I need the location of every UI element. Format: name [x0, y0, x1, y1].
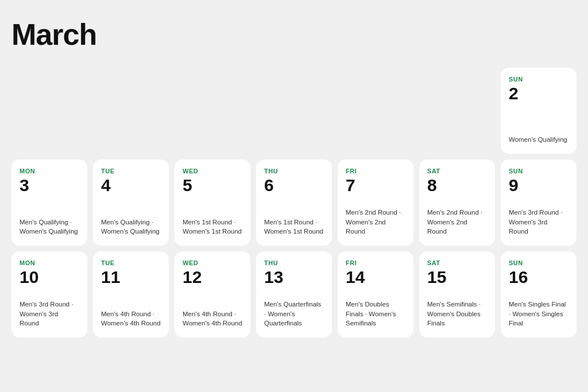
day-number-14: 14: [346, 267, 405, 286]
day-label-sun2: SUN: [509, 76, 568, 83]
day-label-13: THU: [264, 259, 324, 266]
card-events-3: Men's Qualifying · Women's Qualifying: [20, 218, 79, 236]
day-number-5: 5: [183, 176, 242, 195]
card-events-7: Men's 2nd Round · Women's 2nd Round: [346, 208, 405, 236]
day-number-10: 10: [20, 267, 79, 286]
day-number-3: 3: [20, 176, 79, 195]
card-events-5: Men's 1st Round · Women's 1st Round: [183, 218, 242, 236]
calendar-card-4: TUE4Men's Qualifying · Women's Qualifyin…: [93, 160, 169, 246]
day-label-9: SUN: [509, 168, 568, 174]
card-events-15: Men's Semifinals · Women's Doubles Final…: [427, 300, 487, 328]
card-events-16: Men's Singles Final · Women's Singles Fi…: [509, 300, 568, 328]
week-row-2: MON10Men's 3rd Round · Women's 3rd Round…: [11, 251, 577, 337]
card-events-14: Men's Doubles Finals · Women's Semifinal…: [346, 300, 405, 328]
day-number-11: 11: [101, 267, 161, 286]
calendar-card-10: MON10Men's 3rd Round · Women's 3rd Round: [11, 251, 87, 337]
calendar-card-sun2: SUN 2 Women's Qualifying: [501, 68, 577, 154]
day-label-15: SAT: [427, 259, 487, 266]
top-row: SUN 2 Women's Qualifying: [11, 68, 577, 154]
card-events-sun2: Women's Qualifying: [509, 135, 568, 145]
calendar-card-6: THU6Men's 1st Round · Women's 1st Round: [256, 160, 332, 246]
day-number-6: 6: [264, 176, 324, 195]
calendar-card-3: MON3Men's Qualifying · Women's Qualifyin…: [11, 160, 87, 246]
day-label-7: FRI: [346, 168, 405, 174]
day-number-7: 7: [346, 176, 405, 195]
calendar-card-9: SUN9Men's 3rd Round · Women's 3rd Round: [501, 160, 577, 246]
calendar-card-16: SUN16Men's Singles Final · Women's Singl…: [501, 251, 577, 337]
day-label-8: SAT: [427, 168, 487, 174]
day-number-8: 8: [427, 176, 487, 195]
card-events-13: Men's Quarterfinals · Women's Quarterfin…: [264, 300, 324, 328]
card-events-8: Men's 2nd Round · Women's 2nd Round: [427, 208, 487, 236]
day-number-16: 16: [509, 267, 568, 286]
card-events-10: Men's 3rd Round · Women's 3rd Round: [20, 300, 79, 328]
calendar-card-12: WED12Men's 4th Round · Women's 4th Round: [175, 251, 250, 337]
calendar-card-13: THU13Men's Quarterfinals · Women's Quart…: [256, 251, 332, 337]
day-number-sun2: 2: [509, 84, 568, 103]
day-label-6: THU: [264, 168, 324, 174]
day-label-5: WED: [183, 168, 242, 174]
calendar-card-7: FRI7Men's 2nd Round · Women's 2nd Round: [338, 160, 413, 246]
day-number-4: 4: [101, 176, 161, 195]
day-label-3: MON: [20, 168, 79, 174]
day-label-14: FRI: [346, 259, 405, 266]
day-label-4: TUE: [101, 168, 161, 174]
card-events-6: Men's 1st Round · Women's 1st Round: [264, 218, 324, 236]
day-label-16: SUN: [509, 259, 568, 266]
week-row-1: MON3Men's Qualifying · Women's Qualifyin…: [11, 160, 577, 246]
day-number-9: 9: [509, 176, 568, 195]
day-label-12: WED: [183, 259, 242, 266]
card-events-11: Men's 4th Round · Women's 4th Round: [101, 309, 161, 328]
day-label-10: MON: [20, 259, 79, 266]
day-number-13: 13: [264, 267, 324, 286]
calendar-card-14: FRI14Men's Doubles Finals · Women's Semi…: [338, 251, 413, 337]
calendar-card-11: TUE11Men's 4th Round · Women's 4th Round: [93, 251, 169, 337]
calendar-card-5: WED5Men's 1st Round · Women's 1st Round: [175, 160, 250, 246]
card-events-4: Men's Qualifying · Women's Qualifying: [101, 218, 161, 236]
day-number-15: 15: [427, 267, 487, 286]
page-title: March: [11, 17, 577, 52]
day-label-11: TUE: [101, 259, 161, 266]
day-number-12: 12: [183, 267, 242, 286]
calendar-card-15: SAT15Men's Semifinals · Women's Doubles …: [419, 251, 495, 337]
card-events-9: Men's 3rd Round · Women's 3rd Round: [509, 208, 568, 236]
calendar-card-8: SAT8Men's 2nd Round · Women's 2nd Round: [419, 160, 495, 246]
card-events-12: Men's 4th Round · Women's 4th Round: [183, 309, 242, 328]
